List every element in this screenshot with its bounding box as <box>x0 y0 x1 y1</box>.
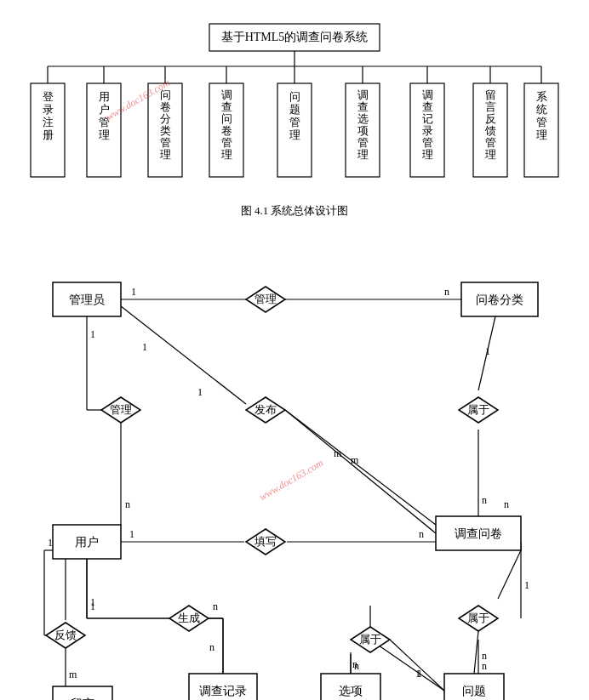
svg-text:1: 1 <box>197 386 203 398</box>
svg-text:n: n <box>482 660 487 672</box>
svg-text:属于: 属于 <box>467 403 489 416</box>
svg-text:n: n <box>209 641 214 653</box>
svg-text:选: 选 <box>357 112 369 125</box>
svg-text:反馈: 反馈 <box>54 629 77 641</box>
svg-text:管: 管 <box>160 136 171 149</box>
svg-text:卷: 卷 <box>160 100 171 113</box>
svg-text:n: n <box>419 528 424 540</box>
svg-text:基于HTML5的调查问卷系统: 基于HTML5的调查问卷系统 <box>221 31 369 43</box>
svg-text:用户: 用户 <box>75 536 99 549</box>
svg-line-77 <box>121 306 246 404</box>
svg-text:理: 理 <box>422 148 433 161</box>
svg-line-102 <box>370 640 444 691</box>
svg-text:n: n <box>125 498 130 510</box>
svg-text:馈: 馈 <box>484 124 496 137</box>
svg-line-159 <box>285 410 436 525</box>
svg-text:管: 管 <box>422 136 433 149</box>
svg-text:统: 统 <box>536 103 547 116</box>
svg-text:理: 理 <box>357 148 369 161</box>
svg-text:1: 1 <box>90 328 95 340</box>
svg-text:m: m <box>334 447 342 459</box>
svg-text:m: m <box>351 454 359 466</box>
svg-text:管理: 管理 <box>254 293 277 305</box>
er-diagram: 1 n 1 n 1 m <box>0 244 589 700</box>
svg-line-156 <box>390 640 444 691</box>
svg-line-133 <box>474 631 478 674</box>
svg-text:言: 言 <box>485 100 496 113</box>
svg-text:理: 理 <box>221 148 232 161</box>
svg-text:1: 1 <box>524 579 529 591</box>
svg-text:登: 登 <box>43 90 54 103</box>
svg-text:填写: 填写 <box>254 535 277 548</box>
svg-text:反: 反 <box>485 112 496 125</box>
svg-text:留: 留 <box>485 88 496 101</box>
svg-line-79 <box>285 410 436 533</box>
svg-text:注: 注 <box>43 116 54 128</box>
svg-text:发布: 发布 <box>254 403 277 416</box>
svg-text:录: 录 <box>43 103 54 116</box>
svg-text:记: 记 <box>422 112 433 125</box>
svg-text:n: n <box>444 286 449 298</box>
svg-text:1: 1 <box>129 528 134 540</box>
svg-text:卷: 卷 <box>221 124 232 137</box>
svg-text:1: 1 <box>417 668 422 680</box>
svg-text:管: 管 <box>221 136 232 149</box>
svg-text:册: 册 <box>43 128 54 141</box>
er-diagram-svg: 1 n 1 n 1 m <box>19 253 570 700</box>
page-container: 基于HTML5的调查问卷系统 登 录 注 册 用 户 管 理 问 卷 分 <box>0 0 589 700</box>
svg-text:选项: 选项 <box>339 685 363 697</box>
svg-text:1: 1 <box>142 341 147 353</box>
svg-text:问: 问 <box>160 88 171 101</box>
svg-text:n: n <box>482 494 487 506</box>
svg-text:问: 问 <box>289 90 300 103</box>
svg-text:查: 查 <box>357 100 369 113</box>
svg-text:类: 类 <box>160 124 171 137</box>
svg-text:管: 管 <box>536 116 547 128</box>
svg-text:理: 理 <box>485 148 496 161</box>
svg-text:1: 1 <box>131 286 136 298</box>
svg-text:n: n <box>213 600 218 612</box>
svg-text:管: 管 <box>485 136 496 149</box>
svg-text:理: 理 <box>99 128 110 141</box>
svg-text:属于: 属于 <box>467 612 489 624</box>
top-diagram-caption: 图 4.1 系统总体设计图 <box>17 203 572 219</box>
svg-text:理: 理 <box>536 128 547 141</box>
svg-text:问卷分类: 问卷分类 <box>476 293 523 306</box>
svg-text:n: n <box>352 658 357 670</box>
top-diagram: 基于HTML5的调查问卷系统 登 录 注 册 用 户 管 理 问 卷 分 <box>0 9 589 244</box>
svg-text:查: 查 <box>221 100 232 113</box>
svg-text:n: n <box>482 650 487 662</box>
svg-text:理: 理 <box>289 128 300 141</box>
svg-text:1: 1 <box>485 345 490 357</box>
svg-text:管: 管 <box>289 116 300 128</box>
svg-text:用: 用 <box>99 90 110 103</box>
svg-text:调: 调 <box>357 88 369 101</box>
svg-text:n: n <box>504 498 509 510</box>
svg-text:管理员: 管理员 <box>69 293 105 306</box>
svg-text:户: 户 <box>99 103 110 116</box>
svg-text:理: 理 <box>160 148 171 161</box>
svg-text:管: 管 <box>357 136 369 149</box>
svg-text:问: 问 <box>221 112 232 125</box>
svg-text:查: 查 <box>422 100 433 113</box>
svg-text:调查问卷: 调查问卷 <box>455 527 502 540</box>
svg-text:问题: 问题 <box>462 685 486 697</box>
svg-text:管: 管 <box>99 116 110 128</box>
svg-text:录: 录 <box>422 124 433 137</box>
svg-text:调查记录: 调查记录 <box>199 685 247 697</box>
system-overview-svg: 基于HTML5的调查问卷系统 登 录 注 册 用 户 管 理 问 卷 分 <box>19 17 570 200</box>
svg-line-90 <box>498 550 521 599</box>
svg-text:管理: 管理 <box>110 403 132 416</box>
svg-text:m: m <box>69 669 77 680</box>
svg-text:属于: 属于 <box>359 633 381 646</box>
svg-text:1: 1 <box>48 537 53 549</box>
svg-text:调: 调 <box>221 88 232 101</box>
svg-text:生成: 生成 <box>178 612 200 624</box>
svg-text:题: 题 <box>289 103 300 116</box>
svg-text:1: 1 <box>90 600 95 612</box>
svg-text:分: 分 <box>160 112 171 125</box>
svg-text:项: 项 <box>357 124 369 137</box>
svg-text:系: 系 <box>536 90 547 103</box>
svg-text:调: 调 <box>422 88 433 101</box>
